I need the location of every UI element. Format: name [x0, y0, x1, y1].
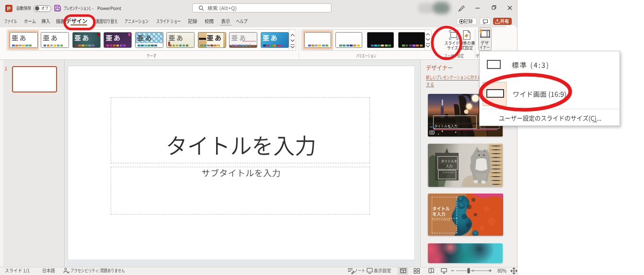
svg-text:P: P: [7, 6, 11, 11]
